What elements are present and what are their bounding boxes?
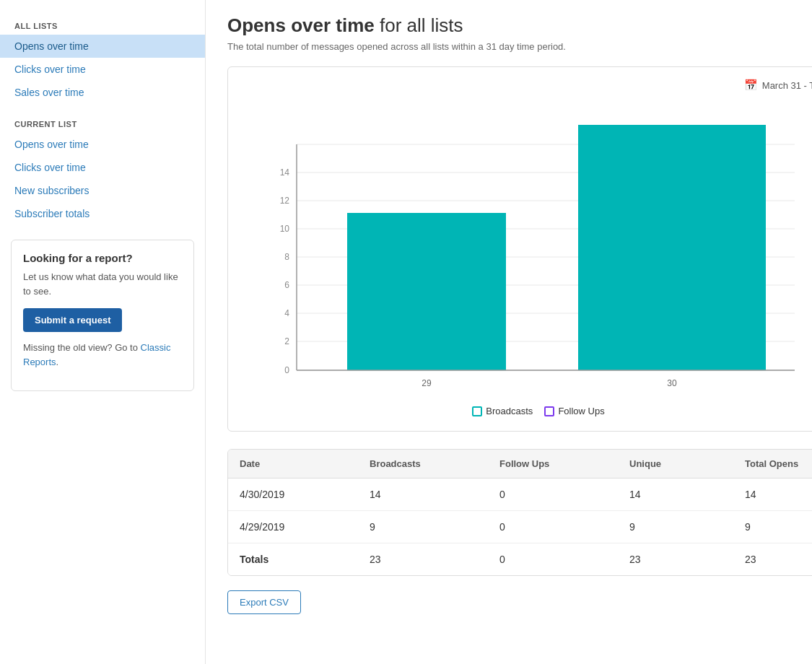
svg-text:29: 29: [422, 378, 432, 388]
totals-broadcasts: 23: [358, 543, 488, 575]
table-header: Date Broadcasts Follow Ups Unique Total …: [228, 450, 812, 479]
sidebar-item-subscriber-totals[interactable]: Subscriber totals: [0, 202, 205, 225]
svg-text:2: 2: [284, 336, 289, 346]
followups-legend-box: [544, 406, 554, 416]
current-list-heading: CURRENT LIST: [0, 113, 205, 133]
svg-text:30: 30: [667, 378, 677, 388]
svg-text:12: 12: [280, 196, 290, 206]
svg-text:6: 6: [284, 280, 289, 290]
page-subtitle: The total number of messages opened acro…: [227, 41, 812, 52]
row2-unique: 9: [618, 511, 733, 543]
calendar-icon: 📅: [744, 79, 758, 92]
row1-total: 14: [733, 479, 812, 510]
sidebar: ALL LISTS Opens over time Clicks over ti…: [0, 0, 206, 664]
sidebar-item-sales-all[interactable]: Sales over time: [0, 81, 205, 104]
broadcasts-legend-box: [472, 406, 482, 416]
col-broadcasts: Broadcasts: [358, 450, 488, 478]
data-table: Date Broadcasts Follow Ups Unique Total …: [227, 449, 812, 576]
chart-svg: 0 2 4 6 8 10 12 14 29 30: [243, 103, 812, 392]
sidebar-item-opens-current[interactable]: Opens over time: [0, 133, 205, 156]
chart-legend: Broadcasts Follow Ups: [243, 406, 812, 416]
bar-29: [347, 213, 506, 370]
all-lists-heading: ALL LISTS: [0, 14, 205, 35]
row1-followups: 0: [488, 479, 618, 510]
col-date: Date: [228, 450, 358, 478]
table-row: 4/29/2019 9 0 9 9: [228, 511, 812, 543]
export-csv-button[interactable]: Export CSV: [227, 590, 301, 614]
totals-label: Totals: [228, 543, 358, 575]
date-range: 📅 March 31 - Today: [744, 79, 812, 92]
svg-text:0: 0: [284, 365, 289, 375]
col-total: Total Opens: [733, 450, 812, 478]
sidebar-item-clicks-all[interactable]: Clicks over time: [0, 58, 205, 81]
page-title: Opens over time for all lists: [227, 14, 812, 37]
submit-request-button[interactable]: Submit a request: [23, 308, 122, 332]
svg-text:10: 10: [280, 224, 290, 234]
svg-text:14: 14: [280, 167, 290, 178]
row2-total: 9: [733, 511, 812, 543]
col-unique: Unique: [618, 450, 733, 478]
sidebar-item-opens-all[interactable]: Opens over time: [0, 35, 205, 58]
totals-row: Totals 23 0 23 23: [228, 543, 812, 575]
report-request-box: Looking for a report? Let us know what d…: [11, 240, 194, 391]
broadcasts-legend-label: Broadcasts: [486, 406, 533, 416]
row1-unique: 14: [618, 479, 733, 510]
row2-broadcasts: 9: [358, 511, 488, 543]
totals-total: 23: [733, 543, 812, 575]
row1-date: 4/30/2019: [228, 479, 358, 510]
report-box-description: Let us know what data you would like to …: [23, 270, 182, 298]
sidebar-item-new-subscribers[interactable]: New subscribers: [0, 179, 205, 202]
totals-unique: 23: [618, 543, 733, 575]
legend-broadcasts: Broadcasts: [472, 406, 533, 416]
main-content: Opens over time for all lists The total …: [206, 0, 812, 664]
row2-followups: 0: [488, 511, 618, 543]
sidebar-item-clicks-current[interactable]: Clicks over time: [0, 156, 205, 179]
row1-broadcasts: 14: [358, 479, 488, 510]
row2-date: 4/29/2019: [228, 511, 358, 543]
followups-legend-label: Follow Ups: [558, 406, 604, 416]
table-row: 4/30/2019 14 0 14 14: [228, 479, 812, 511]
chart-container: 📅 March 31 - Today: [227, 66, 812, 432]
bar-30: [578, 125, 766, 370]
date-range-label: March 31 - Today: [762, 80, 812, 91]
svg-text:8: 8: [284, 252, 289, 262]
svg-text:4: 4: [284, 308, 289, 318]
report-box-title: Looking for a report?: [23, 252, 182, 264]
col-followups: Follow Ups: [488, 450, 618, 478]
classic-link-text: Missing the old view? Go to Classic Repo…: [23, 341, 182, 369]
totals-followups: 0: [488, 543, 618, 575]
legend-followups: Follow Ups: [544, 406, 604, 416]
